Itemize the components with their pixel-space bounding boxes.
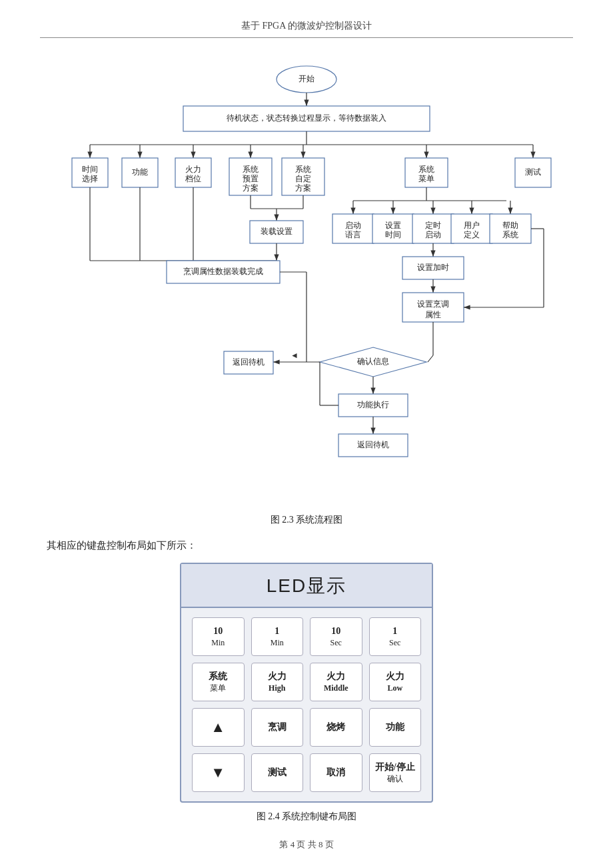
btn-10sec-line1: 10 [331, 625, 340, 638]
node-fire2: 档位 [185, 174, 201, 183]
node-custom3: 方案 [295, 183, 311, 193]
keyboard-header: LED显示 [181, 564, 432, 608]
btn-fire-middle[interactable]: 火力 Middle [310, 663, 362, 701]
btn-fire-low-line2: Low [387, 683, 402, 694]
node-sysmenu2: 菜单 [418, 174, 434, 183]
node-preset1: 系统 [243, 165, 259, 174]
node-timerstart1: 定时 [425, 221, 441, 230]
btn-function[interactable]: 功能 [369, 708, 422, 747]
node-function: 功能 [132, 167, 148, 177]
btn-roast[interactable]: 烧烤 [310, 708, 362, 747]
btn-down[interactable]: ▼ [192, 753, 245, 792]
page-footer: 第 4 页 共 8 页 [40, 839, 573, 851]
btn-test-label: 测试 [268, 766, 287, 779]
btn-test[interactable]: 测试 [251, 753, 304, 792]
node-cookprop2: 属性 [425, 310, 441, 319]
node-return2: 返回待机 [357, 440, 389, 449]
btn-up[interactable]: ▲ [192, 708, 245, 747]
btn-fire-low[interactable]: 火力 Low [369, 663, 422, 701]
btn-cancel-label: 取消 [326, 766, 345, 779]
node-custom2: 自定 [295, 174, 311, 183]
keyboard-body: 10 Min 1 Min 10 Sec 1 Sec [181, 608, 432, 801]
btn-1min-line1: 1 [275, 625, 279, 638]
node-load-settings: 装载设置 [261, 227, 293, 236]
fig-24-caption: 图 2.4 系统控制键布局图 [40, 811, 573, 823]
keyboard-wrapper: LED显示 10 Min 1 Min 10 Sec [40, 563, 573, 803]
btn-sys-menu-line1: 系统 [209, 670, 227, 683]
arrow-label-back: ◄ [291, 351, 299, 360]
svg-line-63 [428, 355, 433, 362]
node-standby: 待机状态，状态转换过程显示，等待数据装入 [227, 113, 386, 123]
node-time-select2: 选择 [82, 174, 98, 183]
node-preset2: 预置 [243, 174, 259, 183]
flowchart-svg: 开始 待机状态，状态转换过程显示，等待数据装入 时间 选择 功能 火力 [53, 54, 560, 507]
btn-10sec[interactable]: 10 Sec [310, 617, 362, 656]
btn-fire-middle-line2: Middle [324, 683, 348, 694]
btn-cook[interactable]: 烹调 [251, 708, 304, 747]
btn-start-stop[interactable]: 开始/停止 确认 [369, 753, 422, 792]
kb-row-3: ▲ 烹调 烧烤 功能 [192, 708, 421, 747]
btn-up-arrow: ▲ [211, 717, 225, 738]
node-start: 开始 [299, 74, 314, 83]
node-fire1: 火力 [185, 165, 201, 174]
kb-row-1: 10 Min 1 Min 10 Sec 1 Sec [192, 617, 421, 656]
node-settime2: 时间 [385, 230, 401, 239]
btn-sys-menu[interactable]: 系统 菜单 [192, 663, 245, 701]
btn-down-arrow: ▼ [211, 763, 225, 783]
node-return1: 返回待机 [233, 357, 265, 367]
node-cookprop1: 设置烹调 [417, 299, 449, 309]
btn-10sec-line2: Sec [330, 637, 342, 649]
flowchart-container: 开始 待机状态，状态转换过程显示，等待数据装入 时间 选择 功能 火力 [40, 54, 573, 507]
btn-fire-high-line1: 火力 [268, 670, 287, 683]
header-title: 基于 FPGA 的微波炉控制器设计 [241, 21, 372, 31]
kb-row-2: 系统 菜单 火力 High 火力 Middle 火力 Low [192, 663, 421, 701]
node-helpsys1: 帮助 [502, 221, 518, 230]
btn-fire-low-line1: 火力 [386, 670, 404, 683]
btn-10min-line1: 10 [213, 625, 223, 638]
btn-fire-high[interactable]: 火力 High [251, 663, 304, 701]
page: 基于 FPGA 的微波炉控制器设计 开始 待机状态，状态转换过程显示，等待数据装… [0, 0, 613, 868]
btn-start-stop-line1: 开始/停止 [375, 761, 415, 774]
node-timerstart2: 启动 [425, 230, 441, 239]
node-startlang2: 语言 [345, 230, 361, 239]
node-userdef2: 定义 [464, 230, 480, 239]
btn-fire-high-line2: High [269, 683, 285, 694]
btn-cancel[interactable]: 取消 [310, 753, 362, 792]
node-userdef1: 用户 [464, 221, 480, 230]
node-custom1: 系统 [295, 165, 311, 174]
node-settime1: 设置 [385, 221, 401, 230]
btn-start-stop-line2: 确认 [387, 773, 403, 785]
node-func-exec: 功能执行 [357, 400, 389, 409]
btn-sys-menu-line2: 菜单 [210, 683, 226, 694]
kb-row-4: ▼ 测试 取消 开始/停止 确认 [192, 753, 421, 792]
node-helpsys2: 系统 [502, 230, 518, 239]
btn-1min[interactable]: 1 Min [251, 617, 304, 656]
node-test: 测试 [525, 167, 541, 177]
node-time-select: 时间 [82, 165, 98, 174]
btn-roast-label: 烧烤 [326, 721, 345, 734]
node-startlang1: 启动 [345, 221, 361, 230]
btn-10min[interactable]: 10 Min [192, 617, 245, 656]
btn-cook-label: 烹调 [268, 721, 287, 734]
node-sysmenu1: 系统 [418, 165, 434, 174]
btn-fire-middle-line1: 火力 [326, 670, 345, 683]
node-cook-loaded: 烹调属性数据装载完成 [183, 267, 263, 276]
page-header: 基于 FPGA 的微波炉控制器设计 [40, 20, 573, 38]
btn-1sec-line1: 1 [392, 625, 397, 638]
node-confirm: 确认信息 [356, 357, 389, 366]
intro-text: 其相应的键盘控制布局如下所示： [47, 539, 573, 552]
keyboard-table: LED显示 10 Min 1 Min 10 Sec [180, 563, 433, 803]
node-preset3: 方案 [243, 183, 259, 193]
btn-function-label: 功能 [386, 721, 404, 734]
btn-1min-line2: Min [271, 637, 284, 649]
node-addtime: 设置加时 [417, 263, 449, 272]
btn-1sec-line2: Sec [389, 637, 400, 649]
btn-10min-line2: Min [211, 637, 225, 649]
fig-23-caption: 图 2.3 系统流程图 [40, 514, 573, 526]
btn-1sec[interactable]: 1 Sec [369, 617, 422, 656]
